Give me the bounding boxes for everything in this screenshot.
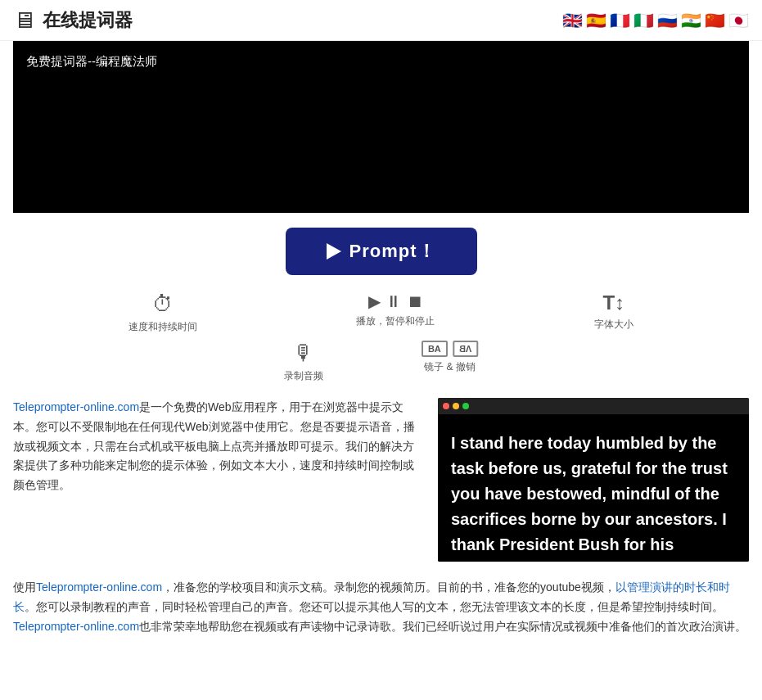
language-flag-2[interactable]: 🇫🇷 [610,11,630,30]
description-paragraph: Teleprompter-online.com是一个免费的Web应用程序，用于在… [13,398,422,495]
speedometer-icon: ⏱ [152,291,174,317]
language-flag-5[interactable]: 🇮🇳 [681,11,701,30]
site-link-bottom[interactable]: Teleprompter-online.com [36,580,162,594]
language-flag-6[interactable]: 🇨🇳 [705,11,725,30]
controls-row: ⏱ 速度和持续时间 ▶ ⏸ ⏹ 播放，暂停和停止 T↕ 字体大小 [0,285,762,337]
close-dot [443,403,449,409]
video-titlebar [438,398,749,414]
mirror-icons: BA ΛB [422,341,478,357]
site-link-bottom-2[interactable]: Teleprompter-online.com [13,620,139,633]
fontsize-icon: T↕ [602,291,624,314]
site-link-1[interactable]: Teleprompter-online.com [13,400,139,413]
mirror-label: 镜子 & 撤销 [424,360,476,374]
record-label: 录制音频 [284,369,323,383]
main-content: Teleprompter-online.com是一个免费的Web应用程序，用于在… [0,390,762,570]
bottom-paragraph: 使用Teleprompter-online.com，准备您的学校项目和演示文稿。… [0,570,762,649]
language-flag-0[interactable]: 🇬🇧 [562,11,583,30]
teleprompter-text: 免费提词器--编程魔法师 [26,54,157,68]
mirror-flip-icon[interactable]: ΛB [453,341,478,357]
video-text: I stand here today humbled by the task b… [438,414,749,562]
record-control[interactable]: 🎙 录制音频 [284,341,323,383]
teleprompter-display: 免费提词器--编程魔法师 [13,41,749,213]
pause-icon[interactable]: ⏸ [386,292,402,311]
mirror-normal-icon[interactable]: BA [422,341,448,357]
speed-control[interactable]: ⏱ 速度和持续时间 [129,291,197,334]
playback-control[interactable]: ▶ ⏸ ⏹ 播放，暂停和停止 [356,291,435,328]
language-flag-3[interactable]: 🇮🇹 [633,11,654,30]
stop-icon[interactable]: ⏹ [407,292,423,311]
language-flag-1[interactable]: 🇪🇸 [586,11,606,30]
header-left: 🖥 在线提词器 [13,7,133,34]
prompt-section: Prompt！ [0,213,762,285]
left-content: Teleprompter-online.com是一个免费的Web应用程序，用于在… [13,398,438,562]
mirror-control[interactable]: BA ΛB 镜子 & 撤销 [422,341,478,374]
right-content: I stand here today humbled by the task b… [438,398,749,562]
controls-row-2: 🎙 录制音频 BA ΛB 镜子 & 撤销 [0,341,762,386]
fontsize-label: 字体大小 [594,318,633,332]
prompt-button-label: Prompt！ [349,239,436,264]
minimize-dot [453,403,459,409]
microphone-icon: 🎙 [293,341,314,366]
video-preview: I stand here today humbled by the task b… [438,398,749,562]
speed-label: 速度和持续时间 [129,320,197,334]
app-title: 在线提词器 [43,8,133,33]
playback-label: 播放，暂停和停止 [356,314,435,328]
language-flags: 🇬🇧🇪🇸🇫🇷🇮🇹🇷🇺🇮🇳🇨🇳🇯🇵 [562,11,749,30]
maximize-dot [462,403,469,409]
play-icon [327,243,341,260]
language-flag-4[interactable]: 🇷🇺 [657,11,678,30]
header: 🖥 在线提词器 🇬🇧🇪🇸🇫🇷🇮🇹🇷🇺🇮🇳🇨🇳🇯🇵 [0,0,762,41]
play-icon[interactable]: ▶ [368,291,381,311]
fontsize-control[interactable]: T↕ 字体大小 [594,291,633,332]
prompt-button[interactable]: Prompt！ [286,228,477,275]
monitor-icon: 🖥 [13,7,36,34]
playback-icons: ▶ ⏸ ⏹ [368,291,423,311]
language-flag-7[interactable]: 🇯🇵 [728,11,749,30]
